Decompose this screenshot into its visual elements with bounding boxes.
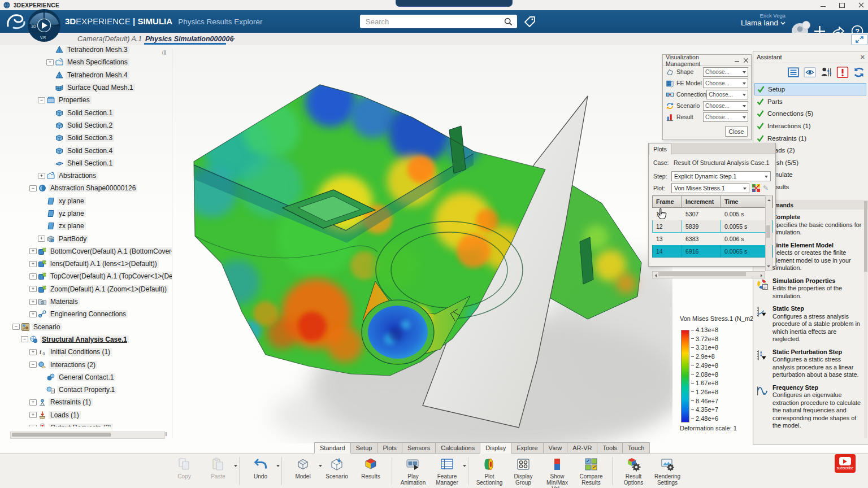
tree-item[interactable]: xy plane bbox=[10, 195, 172, 207]
tree-item[interactable]: Solid Section.4 bbox=[10, 144, 172, 156]
refresh-icon[interactable] bbox=[853, 66, 865, 79]
expand-icon[interactable]: + bbox=[29, 399, 37, 406]
viz-choose-dropdown[interactable]: Choose... bbox=[703, 79, 748, 88]
column-header-frame[interactable]: Frame bbox=[653, 196, 682, 208]
new-tab-icon[interactable] bbox=[228, 34, 236, 45]
tree-scroll-handle-bottom[interactable]: ‖ bbox=[165, 432, 172, 438]
assistant-command-simulation-properties[interactable]: Simulation Properties Edits the properti… bbox=[756, 277, 862, 300]
expand-icon[interactable]: + bbox=[29, 286, 37, 292]
tree-item[interactable]: +Output Requests (2) bbox=[10, 421, 172, 426]
user-block[interactable]: Erick Vega Llama land bbox=[741, 12, 785, 27]
expand-icon[interactable]: + bbox=[29, 261, 37, 267]
plots-tab[interactable]: Plots bbox=[649, 143, 671, 155]
tree-item[interactable]: Contact Property.1 bbox=[10, 384, 172, 396]
tree-item[interactable]: +Loads (1) bbox=[10, 409, 172, 421]
scenario-button[interactable]: Scenario bbox=[321, 456, 353, 480]
tree-horizontal-scrollbar[interactable] bbox=[10, 432, 165, 439]
assistant-command-frequency-step[interactable]: Frequency Step Configures an eigenvalue … bbox=[756, 384, 862, 430]
expand-icon[interactable]: + bbox=[29, 299, 37, 305]
restore-viewport-icon[interactable] bbox=[851, 34, 867, 45]
cell-increment[interactable]: 5307 bbox=[682, 208, 721, 220]
expand-icon[interactable]: + bbox=[46, 59, 54, 66]
plot-sectioning-button[interactable]: Plot Sectioning bbox=[474, 456, 505, 486]
viz-minimize-icon[interactable] bbox=[735, 57, 739, 64]
frame-row[interactable]: 1469160.0065 s bbox=[653, 245, 773, 258]
edit-plot-icon[interactable]: ✎ bbox=[763, 184, 769, 192]
tree-item[interactable]: +t0Initial Conditions (1) bbox=[10, 346, 172, 358]
ribbon-tab-setup[interactable]: Setup bbox=[351, 442, 378, 454]
tree-item[interactable]: yz plane bbox=[10, 207, 172, 220]
search-input[interactable] bbox=[360, 18, 504, 26]
ribbon-tab-display[interactable]: Display bbox=[480, 442, 511, 454]
ribbon-tab-calculations[interactable]: Calculations bbox=[436, 442, 480, 454]
table-horizontal-scrollbar[interactable] bbox=[652, 271, 765, 278]
tree-item[interactable]: Tetrahedron Mesh.4 bbox=[10, 69, 172, 81]
list-icon[interactable] bbox=[787, 66, 800, 79]
assistant-scrollbar-thumb[interactable] bbox=[864, 201, 867, 272]
cell-frame[interactable]: 13 bbox=[653, 233, 682, 245]
viz-choose-dropdown[interactable]: Choose... bbox=[706, 90, 748, 99]
tree-item[interactable]: zx plane bbox=[10, 220, 172, 232]
tab-camera-default[interactable]: Camera(Default) A.1 bbox=[77, 33, 142, 45]
collapse-node-icon[interactable]: − bbox=[21, 336, 28, 342]
tree-item[interactable]: Surface Quad Mesh.1 bbox=[10, 81, 172, 94]
collapse-node-icon[interactable]: − bbox=[29, 361, 37, 368]
tree-item[interactable]: +PartBody bbox=[10, 232, 172, 245]
expand-icon[interactable]: + bbox=[29, 311, 37, 317]
alert-icon[interactable] bbox=[836, 66, 849, 79]
close-icon[interactable] bbox=[858, 2, 865, 8]
assistant-command-static-step[interactable]: Static Step Configures a stress analysis… bbox=[756, 305, 862, 343]
display-group-button[interactable]: Display Group bbox=[507, 456, 539, 486]
ribbon-tab-sensors[interactable]: Sensors bbox=[402, 442, 436, 454]
ribbon-tab-tools[interactable]: Tools bbox=[597, 442, 623, 454]
viz-choose-dropdown[interactable]: Choose... bbox=[703, 101, 748, 111]
frame-row[interactable]: 1363830.006 s bbox=[653, 233, 773, 245]
tree-item[interactable]: −Scenario bbox=[10, 321, 172, 333]
dropdown-caret-icon[interactable] bbox=[234, 465, 237, 469]
expand-icon[interactable]: + bbox=[29, 349, 37, 355]
step-dropdown[interactable]: Explicit Dynamic Step.1 bbox=[671, 171, 771, 181]
assistant-close-icon[interactable]: ✕ bbox=[860, 54, 865, 61]
person-sliders-icon[interactable] bbox=[820, 66, 832, 79]
collapse-node-icon[interactable]: − bbox=[38, 97, 45, 103]
cell-frame[interactable]: 14 bbox=[653, 245, 682, 258]
assistant-step-parts[interactable]: Parts bbox=[754, 95, 866, 108]
tree-item[interactable]: +Restraints (1) bbox=[10, 396, 172, 408]
search-icon[interactable] bbox=[504, 18, 513, 26]
column-header-increment[interactable]: Increment bbox=[682, 196, 721, 208]
ribbon-tab-standard[interactable]: Standard bbox=[314, 442, 351, 454]
contour-plot-icon[interactable] bbox=[752, 184, 761, 193]
tree-pane-divider[interactable] bbox=[172, 49, 172, 438]
cell-increment[interactable]: 5839 bbox=[682, 220, 721, 233]
model-button[interactable]: Model bbox=[287, 456, 319, 480]
compare-results-button[interactable]: Compare Results bbox=[575, 456, 607, 486]
tree-scroll-handle-top[interactable]: ⟨‖ bbox=[162, 50, 166, 56]
minimize-icon[interactable] bbox=[819, 2, 826, 8]
subscribe-button[interactable]: subscribe bbox=[835, 454, 856, 473]
assistant-step-connections-5-[interactable]: Connections (5) bbox=[754, 108, 866, 120]
maximize-icon[interactable] bbox=[839, 2, 845, 8]
rendering-settings-button[interactable]: Rendering Settings bbox=[652, 456, 683, 486]
ribbon-tab-explore[interactable]: Explore bbox=[511, 442, 543, 454]
cell-frame[interactable]: 12 bbox=[653, 220, 682, 233]
expand-icon[interactable]: + bbox=[29, 425, 37, 426]
3dexperience-compass[interactable]: 3D V.R bbox=[27, 8, 62, 45]
expand-icon[interactable]: + bbox=[29, 248, 37, 254]
tree-item[interactable]: Shell Section.1 bbox=[10, 157, 172, 169]
ribbon-tab-plots[interactable]: Plots bbox=[377, 442, 402, 454]
cell-increment[interactable]: 6383 bbox=[682, 233, 721, 245]
expand-icon[interactable]: + bbox=[29, 412, 37, 418]
feature-manager-button[interactable]: Feature Manager bbox=[431, 456, 463, 486]
collapse-node-icon[interactable]: − bbox=[29, 185, 37, 191]
tree-item[interactable]: Solid Section.3 bbox=[10, 132, 172, 144]
tree-item[interactable]: +Zoom(Default) A.1 (Zoom<1>(Default)) bbox=[10, 283, 172, 295]
tree-item[interactable]: −Interactions (2) bbox=[10, 358, 172, 371]
tree-item[interactable]: +Engineering Connections bbox=[10, 308, 172, 320]
tree-item[interactable]: Solid Section.2 bbox=[10, 119, 172, 132]
tag-icon[interactable] bbox=[523, 15, 537, 30]
ribbon-tab-view[interactable]: View bbox=[544, 442, 568, 454]
play-animation-button[interactable]: Play Animation bbox=[397, 456, 429, 486]
3d-viewport[interactable] bbox=[181, 76, 672, 443]
frame-row[interactable]: 1153070.005 s bbox=[653, 208, 773, 220]
expand-icon[interactable]: + bbox=[29, 273, 37, 280]
